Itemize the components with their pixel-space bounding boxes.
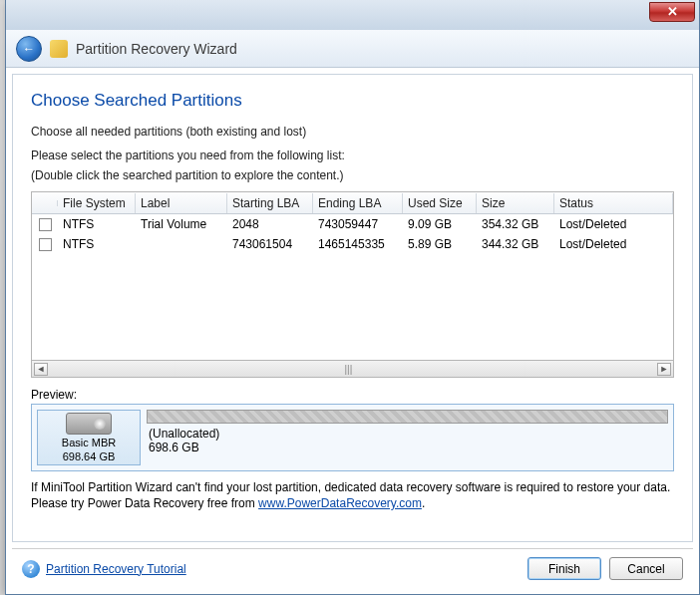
cell-label <box>136 241 227 247</box>
col-starting-lba[interactable]: Starting LBA <box>227 193 313 213</box>
table-row[interactable]: NTFS Trial Volume 2048 743059447 9.09 GB… <box>32 214 673 234</box>
col-size[interactable]: Size <box>477 193 554 213</box>
unallocated-label: (Unallocated) <box>147 427 668 441</box>
instruction-2-line2: (Double click the searched partition to … <box>31 168 674 184</box>
wizard-header: ← Partition Recovery Wizard <box>6 30 699 68</box>
col-filesystem[interactable]: File System <box>58 193 136 213</box>
cell-status: Lost/Deleted <box>554 214 673 234</box>
disk-card[interactable]: Basic MBR 698.64 GB <box>37 410 141 465</box>
table-body: NTFS Trial Volume 2048 743059447 9.09 GB… <box>32 214 673 360</box>
wizard-title: Partition Recovery Wizard <box>76 41 237 57</box>
partition-table: File System Label Starting LBA Ending LB… <box>31 191 674 361</box>
cell-ending-lba: 1465145335 <box>313 234 403 254</box>
note-text-2: . <box>422 496 425 510</box>
scroll-grip-icon[interactable]: ||| <box>345 364 361 375</box>
cancel-button[interactable]: Cancel <box>609 557 683 580</box>
col-status[interactable]: Status <box>554 193 673 213</box>
section-title: Choose Searched Partitions <box>31 91 674 111</box>
allocation-area: (Unallocated) 698.6 GB <box>147 410 668 465</box>
cell-size: 354.32 GB <box>477 214 554 234</box>
preview-label: Preview: <box>31 388 674 402</box>
col-check <box>32 200 58 206</box>
hdd-icon <box>66 413 112 435</box>
disk-type: Basic MBR <box>62 437 116 448</box>
close-button[interactable]: ✕ <box>649 2 695 22</box>
tutorial-link[interactable]: Partition Recovery Tutorial <box>46 562 186 576</box>
cell-starting-lba: 743061504 <box>227 234 313 254</box>
help-icon[interactable]: ? <box>22 560 40 578</box>
col-label[interactable]: Label <box>136 193 227 213</box>
tutorial-area: ? Partition Recovery Tutorial <box>22 560 186 578</box>
col-ending-lba[interactable]: Ending LBA <box>313 193 403 213</box>
table-row[interactable]: NTFS 743061504 1465145335 5.89 GB 344.32… <box>32 234 673 254</box>
cell-status: Lost/Deleted <box>554 234 673 254</box>
dialog-body: Choose Searched Partitions Choose all ne… <box>12 74 693 542</box>
horizontal-scrollbar[interactable]: ◄ ||| ► <box>31 361 674 378</box>
dialog-footer: ? Partition Recovery Tutorial Finish Can… <box>12 548 693 588</box>
unallocated-size: 698.6 GB <box>147 441 668 454</box>
scroll-left-icon[interactable]: ◄ <box>34 363 48 376</box>
row-checkbox[interactable] <box>39 238 52 251</box>
cell-filesystem: NTFS <box>58 234 136 254</box>
back-arrow-icon: ← <box>23 42 35 56</box>
help-note: If MiniTool Partition Wizard can't find … <box>31 479 674 511</box>
disk-size: 698.64 GB <box>63 450 116 462</box>
scroll-track[interactable]: ||| <box>48 364 657 375</box>
cell-label: Trial Volume <box>136 214 227 234</box>
cell-used-size: 5.89 GB <box>403 234 477 254</box>
col-used-size[interactable]: Used Size <box>403 193 477 213</box>
cell-starting-lba: 2048 <box>227 214 313 234</box>
cell-ending-lba: 743059447 <box>313 214 403 234</box>
cell-filesystem: NTFS <box>58 214 136 234</box>
app-icon <box>50 40 68 58</box>
cell-size: 344.32 GB <box>477 234 554 254</box>
scroll-right-icon[interactable]: ► <box>657 363 671 376</box>
titlebar: ✕ <box>6 0 699 30</box>
cell-used-size: 9.09 GB <box>403 214 477 234</box>
action-buttons: Finish Cancel <box>527 557 683 580</box>
back-button[interactable]: ← <box>16 36 42 62</box>
instruction-2-line1: Please select the partitions you need fr… <box>31 149 674 164</box>
finish-button[interactable]: Finish <box>527 557 601 580</box>
row-checkbox[interactable] <box>39 218 52 231</box>
powerdatarecovery-link[interactable]: www.PowerDataRecovery.com <box>258 496 422 510</box>
preview-box: Basic MBR 698.64 GB (Unallocated) 698.6 … <box>31 404 674 471</box>
instruction-1: Choose all needed partitions (both exist… <box>31 125 674 139</box>
table-header: File System Label Starting LBA Ending LB… <box>32 192 673 214</box>
dialog-window: ✕ ← Partition Recovery Wizard Choose Sea… <box>5 0 700 595</box>
unallocated-bar[interactable] <box>147 410 668 424</box>
